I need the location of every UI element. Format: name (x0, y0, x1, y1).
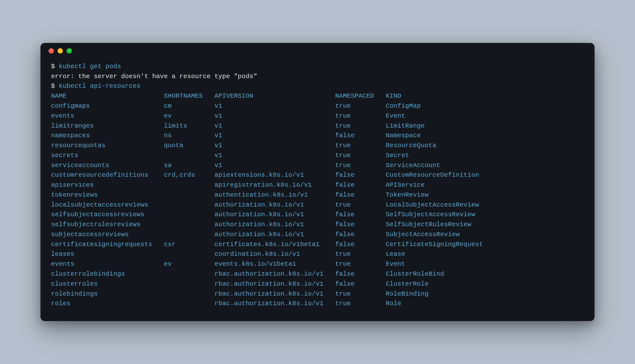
table-header-row: NAME SHORTNAMES APIVERSION NAMESPACED KI… (51, 92, 401, 100)
table-row: subjectaccessreviews authorization.k8s.i… (51, 231, 460, 238)
table-row: customresourcedefinitions crd,crds apiex… (51, 171, 479, 179)
table-body: configmaps cm v1 true ConfigMap events e… (51, 102, 483, 307)
table-row: clusterroles rbac.authorization.k8s.io/v… (51, 280, 429, 287)
table-row: configmaps cm v1 true ConfigMap (51, 102, 421, 110)
close-icon[interactable] (49, 48, 54, 54)
table-row: leases coordination.k8s.io/v1 true Lease (51, 250, 405, 258)
table-row: roles rbac.authorization.k8s.io/v1 true … (51, 300, 401, 307)
table-row: selfsubjectrulesreviews authorization.k8… (51, 221, 471, 228)
table-row: resourcequotas quota v1 true ResourceQuo… (51, 142, 436, 149)
terminal-window: $ kubectl get pods error: the server doe… (40, 43, 595, 321)
table-row: events ev events.k8s.io/v1beta1 true Eve… (51, 260, 405, 268)
table-row: clusterrolebindings rbac.authorization.k… (51, 270, 444, 278)
table-row: rolebindings rbac.authorization.k8s.io/v… (51, 290, 429, 297)
table-row: apiservices apiregistration.k8s.io/v1 fa… (51, 181, 425, 189)
table-row: localsubjectaccessreviews authorization.… (51, 201, 479, 208)
minimize-icon[interactable] (58, 48, 63, 54)
terminal-output[interactable]: $ kubectl get pods error: the server doe… (40, 59, 595, 321)
command-1: kubectl get pods (59, 63, 121, 70)
table-row: tokenreviews authentication.k8s.io/v1 fa… (51, 191, 429, 198)
command-1-output: error: the server doesn't have a resourc… (51, 73, 257, 80)
table-row: events ev v1 true Event (51, 112, 405, 119)
command-2: kubectl api-resources (59, 82, 141, 90)
table-row: serviceaccounts sa v1 true ServiceAccoun… (51, 162, 440, 169)
maximize-icon[interactable] (67, 48, 72, 54)
table-row: secrets v1 true Secret (51, 152, 409, 159)
table-row: limitranges limits v1 true LimitRange (51, 122, 425, 129)
table-row: selfsubjectaccessreviews authorization.k… (51, 211, 475, 218)
window-titlebar (40, 43, 595, 59)
table-row: namespaces ns v1 false Namespace (51, 132, 421, 139)
table-row: certificatesigningrequests csr certifica… (51, 241, 483, 248)
prompt-symbol: $ (51, 63, 55, 70)
prompt-symbol: $ (51, 82, 55, 90)
